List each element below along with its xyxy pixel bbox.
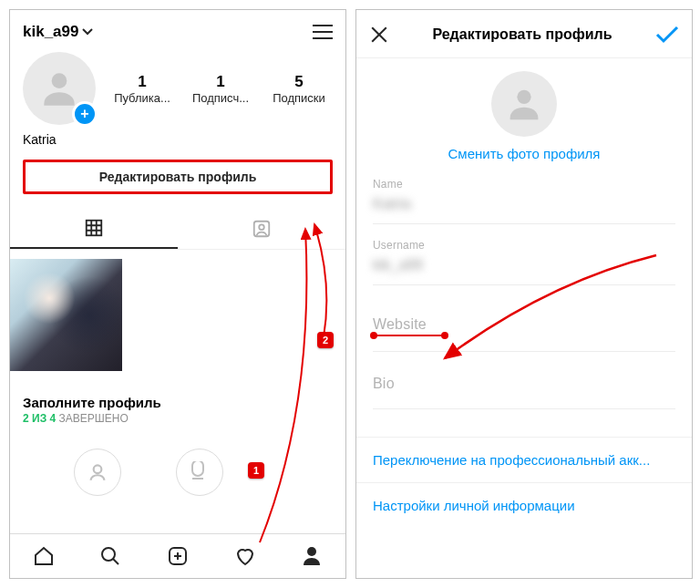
tab-grid[interactable] xyxy=(10,209,178,249)
stat-number: 5 xyxy=(294,73,303,91)
post-thumbnail[interactable] xyxy=(10,259,122,371)
annotation-arrow-2 xyxy=(305,219,351,346)
confirm-icon[interactable] xyxy=(655,26,679,44)
stat-number: 1 xyxy=(138,73,146,91)
username-switcher[interactable]: kik_a99 xyxy=(23,23,93,41)
field-label: Username xyxy=(373,239,675,252)
grid-icon xyxy=(84,218,104,238)
edit-title: Редактировать профиль xyxy=(432,26,612,43)
stat-following[interactable]: 5 Подписки xyxy=(267,73,331,105)
annotation-arrow-3 xyxy=(438,251,665,369)
field-label: Bio xyxy=(373,376,675,392)
nav-home[interactable] xyxy=(10,534,77,578)
field-value: Katria xyxy=(373,191,675,214)
svg-point-5 xyxy=(102,548,115,561)
edit-header: Редактировать профиль xyxy=(356,10,692,58)
svg-rect-1 xyxy=(87,221,102,236)
svg-point-0 xyxy=(52,73,67,88)
nav-add[interactable] xyxy=(144,534,211,578)
progress-done: 2 ИЗ 4 xyxy=(23,412,56,425)
change-photo-link[interactable]: Сменить фото профиля xyxy=(448,137,601,161)
stats: 1 Публика... 1 Подписч... 5 Подписки xyxy=(96,73,338,105)
personal-info-link[interactable]: Настройки личной информации xyxy=(356,482,692,528)
svg-point-4 xyxy=(94,465,102,473)
nav-search[interactable] xyxy=(77,534,145,578)
add-post-icon xyxy=(167,545,189,567)
chevron-down-icon xyxy=(82,28,93,36)
annotation-underline xyxy=(373,335,446,336)
display-name: Katria xyxy=(10,125,345,147)
menu-icon[interactable] xyxy=(313,25,333,39)
add-story-badge[interactable]: + xyxy=(72,101,98,127)
stats-row: + 1 Публика... 1 Подписч... 5 Подписки xyxy=(10,46,345,125)
avatar-placeholder-icon[interactable] xyxy=(491,71,557,137)
annotation-badge-2: 2 xyxy=(317,332,334,348)
stat-label: Подписки xyxy=(273,91,325,105)
profile-avatar[interactable]: + xyxy=(23,52,96,125)
stat-followers[interactable]: 1 Подписч... xyxy=(189,73,252,105)
profile-header: kik_a99 xyxy=(10,10,345,46)
stat-label: Подписч... xyxy=(192,91,249,105)
svg-point-8 xyxy=(517,90,530,104)
annotation-badge-1: 1 xyxy=(248,462,264,479)
home-icon xyxy=(33,545,55,567)
username-text: kik_a99 xyxy=(23,23,78,41)
stat-number: 1 xyxy=(216,73,224,91)
suggestion-bio-icon[interactable] xyxy=(176,449,223,496)
suggestion-avatar-icon[interactable] xyxy=(74,449,121,496)
progress-rest: ЗАВЕРШЕНО xyxy=(59,412,129,425)
edit-avatar-section: Сменить фото профиля xyxy=(356,58,692,167)
field-name[interactable]: Name Katria xyxy=(356,167,692,228)
stat-label: Публика... xyxy=(114,91,170,105)
stat-posts[interactable]: 1 Публика... xyxy=(110,73,174,105)
edit-profile-button[interactable]: Редактировать профиль xyxy=(23,160,333,194)
close-icon[interactable] xyxy=(369,25,389,45)
search-icon xyxy=(99,545,121,567)
switch-professional-link[interactable]: Переключение на профессиональный акк... xyxy=(356,437,692,482)
field-label: Name xyxy=(373,178,675,191)
